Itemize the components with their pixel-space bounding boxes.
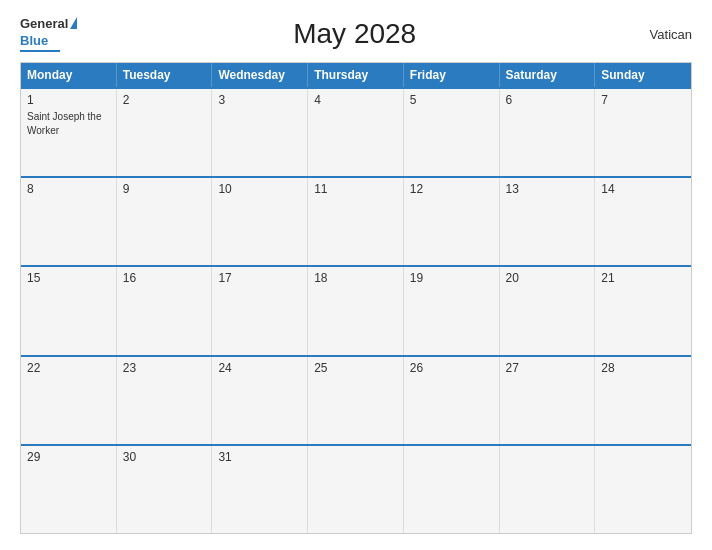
- day-number: 10: [218, 182, 301, 196]
- cell-may-6: 6: [500, 89, 596, 176]
- week-row-2: 8 9 10 11 12 13 14: [21, 176, 691, 265]
- day-number: 1: [27, 93, 110, 107]
- cell-may-28: 28: [595, 357, 691, 444]
- day-number: 28: [601, 361, 685, 375]
- cell-may-5: 5: [404, 89, 500, 176]
- cell-empty-1: [308, 446, 404, 533]
- week-row-1: 1 Saint Joseph theWorker 2 3 4 5 6 7: [21, 87, 691, 176]
- cell-may-2: 2: [117, 89, 213, 176]
- cell-may-21: 21: [595, 267, 691, 354]
- header-tuesday: Tuesday: [117, 63, 213, 87]
- cell-may-31: 31: [212, 446, 308, 533]
- day-number: 18: [314, 271, 397, 285]
- day-number: 20: [506, 271, 589, 285]
- cell-may-14: 14: [595, 178, 691, 265]
- cell-may-27: 27: [500, 357, 596, 444]
- holiday-text: Saint Joseph theWorker: [27, 111, 102, 136]
- cell-may-13: 13: [500, 178, 596, 265]
- day-number: 23: [123, 361, 206, 375]
- day-number: 30: [123, 450, 206, 464]
- cell-may-23: 23: [117, 357, 213, 444]
- calendar-title: May 2028: [77, 18, 632, 50]
- day-number: 15: [27, 271, 110, 285]
- cell-may-20: 20: [500, 267, 596, 354]
- cell-may-16: 16: [117, 267, 213, 354]
- day-number: 16: [123, 271, 206, 285]
- cell-may-29: 29: [21, 446, 117, 533]
- cell-may-3: 3: [212, 89, 308, 176]
- day-number: 8: [27, 182, 110, 196]
- cell-may-25: 25: [308, 357, 404, 444]
- cell-may-1: 1 Saint Joseph theWorker: [21, 89, 117, 176]
- cell-empty-3: [500, 446, 596, 533]
- day-number: 7: [601, 93, 685, 107]
- cell-may-24: 24: [212, 357, 308, 444]
- day-number: 3: [218, 93, 301, 107]
- logo: General Blue: [20, 16, 77, 52]
- week-row-4: 22 23 24 25 26 27 28: [21, 355, 691, 444]
- cell-may-7: 7: [595, 89, 691, 176]
- day-number: 12: [410, 182, 493, 196]
- day-number: 26: [410, 361, 493, 375]
- header: General Blue May 2028 Vatican: [20, 16, 692, 52]
- header-saturday: Saturday: [500, 63, 596, 87]
- day-number: 21: [601, 271, 685, 285]
- cell-may-17: 17: [212, 267, 308, 354]
- day-number: 11: [314, 182, 397, 196]
- calendar: Monday Tuesday Wednesday Thursday Friday…: [20, 62, 692, 534]
- week-row-5: 29 30 31: [21, 444, 691, 533]
- cell-empty-4: [595, 446, 691, 533]
- week-row-3: 15 16 17 18 19 20 21: [21, 265, 691, 354]
- day-number: 29: [27, 450, 110, 464]
- cell-may-30: 30: [117, 446, 213, 533]
- day-number: 22: [27, 361, 110, 375]
- cell-may-19: 19: [404, 267, 500, 354]
- day-number: 5: [410, 93, 493, 107]
- header-thursday: Thursday: [308, 63, 404, 87]
- page: General Blue May 2028 Vatican Monday Tue…: [0, 0, 712, 550]
- day-number: 2: [123, 93, 206, 107]
- day-number: 14: [601, 182, 685, 196]
- day-number: 17: [218, 271, 301, 285]
- cell-may-26: 26: [404, 357, 500, 444]
- logo-triangle-icon: [70, 17, 77, 29]
- day-number: 24: [218, 361, 301, 375]
- cell-may-18: 18: [308, 267, 404, 354]
- calendar-body: 1 Saint Joseph theWorker 2 3 4 5 6 7 8 9…: [21, 87, 691, 533]
- country-label: Vatican: [632, 27, 692, 42]
- day-number: 6: [506, 93, 589, 107]
- cell-may-12: 12: [404, 178, 500, 265]
- cell-may-11: 11: [308, 178, 404, 265]
- day-number: 9: [123, 182, 206, 196]
- cell-may-22: 22: [21, 357, 117, 444]
- cell-may-4: 4: [308, 89, 404, 176]
- header-friday: Friday: [404, 63, 500, 87]
- cell-may-9: 9: [117, 178, 213, 265]
- cell-may-8: 8: [21, 178, 117, 265]
- day-number: 13: [506, 182, 589, 196]
- header-sunday: Sunday: [595, 63, 691, 87]
- cell-empty-2: [404, 446, 500, 533]
- cell-may-15: 15: [21, 267, 117, 354]
- logo-general-text: General: [20, 16, 68, 31]
- day-number: 25: [314, 361, 397, 375]
- calendar-header: Monday Tuesday Wednesday Thursday Friday…: [21, 63, 691, 87]
- logo-underline: [20, 50, 60, 52]
- day-number: 4: [314, 93, 397, 107]
- header-wednesday: Wednesday: [212, 63, 308, 87]
- day-number: 19: [410, 271, 493, 285]
- header-monday: Monday: [21, 63, 117, 87]
- day-number: 31: [218, 450, 301, 464]
- day-number: 27: [506, 361, 589, 375]
- cell-may-10: 10: [212, 178, 308, 265]
- logo-blue-text: Blue: [20, 33, 48, 48]
